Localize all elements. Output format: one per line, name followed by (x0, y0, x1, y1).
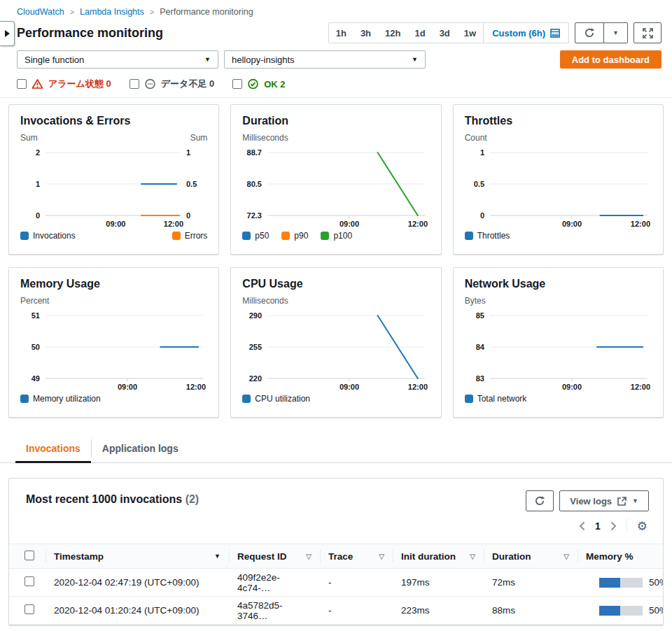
column-label: Duration (492, 551, 531, 562)
table-refresh-button[interactable] (526, 490, 554, 511)
invocations-table-card: Most recent 1000 invocations (2) View lo… (8, 478, 664, 625)
legend-item-invocations[interactable]: Invocations (20, 231, 76, 241)
next-page-button[interactable] (610, 521, 617, 531)
page-number[interactable]: 1 (595, 520, 601, 532)
legend-label: Total network (477, 394, 527, 404)
chart-plot[interactable]: 51504909:0012:00 (20, 307, 207, 392)
legend-item-p50[interactable]: p50 (242, 231, 269, 241)
chevron-left-icon (579, 521, 585, 531)
sort-descending-icon[interactable]: ▼ (214, 553, 220, 560)
svg-text:255: 255 (249, 343, 262, 351)
chart-plot[interactable]: 21010.5009:0012:00 (20, 144, 207, 229)
svg-text:0.5: 0.5 (186, 180, 197, 188)
svg-text:12:00: 12:00 (631, 220, 650, 228)
memory-cell: 50% (578, 597, 663, 625)
page-title: Performance monitoring (17, 26, 163, 41)
tab-invocations[interactable]: Invocations (15, 439, 91, 462)
chart-plot[interactable]: 10.5009:0012:00 (465, 144, 652, 229)
ok-icon (247, 78, 259, 90)
refresh-split-button: ▼ (575, 22, 628, 43)
legend-swatch (281, 232, 290, 240)
refresh-options-button[interactable]: ▼ (604, 22, 628, 43)
column-header-inner: Request ID▽ (237, 551, 312, 562)
insufficient-data-icon (144, 78, 156, 90)
init-duration-cell: 223ms (393, 597, 484, 625)
time-range-3h[interactable]: 3h (354, 28, 378, 38)
time-range-1w[interactable]: 1w (457, 28, 483, 38)
legend-item-p100[interactable]: p100 (321, 231, 352, 241)
view-logs-button[interactable]: View logs ▼ (559, 490, 649, 511)
table-settings-gear-icon[interactable]: ⚙ (637, 520, 648, 532)
sort-icon[interactable]: ▽ (306, 553, 312, 560)
column-header-inner: Duration▽ (492, 551, 569, 562)
column-header-trace[interactable]: Trace▽ (320, 544, 393, 569)
legend-item-p90[interactable]: p90 (281, 231, 308, 241)
legend-item-throttles[interactable]: Throttles (465, 231, 510, 241)
fullscreen-button[interactable] (634, 22, 662, 43)
column-header-inner: Timestamp▼ (54, 551, 220, 562)
breadcrumb: CloudWatch>Lambda Insights>Performance m… (0, 0, 672, 17)
table-row: 2020-12-04 02:47:19 (UTC+09:00)409f2e2e-… (9, 569, 663, 597)
column-header-inner: Trace▽ (328, 551, 384, 562)
refresh-icon (584, 27, 595, 38)
row-checkbox-cell (9, 597, 46, 625)
column-header-duration[interactable]: Duration▽ (484, 544, 578, 569)
refresh-button[interactable] (575, 22, 604, 43)
chevron-down-icon: ▼ (204, 56, 211, 63)
sidebar-expand-button[interactable] (0, 21, 15, 46)
y-axis-unit-left: Milliseconds (242, 296, 288, 306)
chart-legend: InvocationsErrors (20, 231, 207, 241)
svg-text:84: 84 (475, 343, 484, 351)
time-range-3d[interactable]: 3d (433, 28, 457, 38)
column-header-request-id[interactable]: Request ID▽ (229, 544, 320, 569)
filter-checkbox[interactable] (130, 79, 139, 89)
tab-application-logs[interactable]: Application logs (92, 439, 189, 462)
legend-item-errors[interactable]: Errors (172, 231, 208, 241)
column-header-timestamp[interactable]: Timestamp▼ (46, 544, 229, 569)
filter-checkbox[interactable] (17, 79, 27, 89)
filter-checkbox[interactable] (232, 79, 242, 89)
row-checkbox[interactable] (24, 576, 34, 586)
alarm-filter-item: アラーム状態 0 (17, 78, 111, 90)
legend-label: CPU utilization (255, 394, 310, 404)
chart-plot[interactable]: 29025522009:0012:00 (242, 307, 429, 392)
legend-swatch (20, 232, 29, 240)
sort-icon[interactable]: ▽ (470, 553, 475, 560)
row-checkbox[interactable] (24, 604, 34, 614)
custom-range-button[interactable]: Custom (6h) (483, 23, 568, 43)
charts-grid: Invocations & ErrorsSumSum21010.5009:001… (8, 104, 664, 418)
table-title: Most recent 1000 invocations (2) (26, 490, 199, 506)
chart-plot[interactable]: 88.780.572.309:0012:00 (242, 144, 429, 229)
function-name-select[interactable]: hellopy-insights ▼ (224, 50, 426, 69)
function-scope-select[interactable]: Single function ▼ (17, 50, 218, 69)
time-range-1d[interactable]: 1d (407, 28, 432, 38)
svg-text:0: 0 (480, 211, 484, 220)
sort-icon[interactable]: ▽ (379, 553, 384, 560)
breadcrumb-item[interactable]: CloudWatch (17, 7, 64, 17)
column-header-init-duration[interactable]: Init duration▽ (393, 544, 484, 569)
legend-item-cpu-utilization[interactable]: CPU utilization (242, 394, 310, 404)
column-label: Memory % (586, 551, 634, 562)
column-label: Init duration (401, 551, 456, 562)
legend-swatch (321, 232, 329, 240)
time-range-1h[interactable]: 1h (329, 28, 354, 38)
chart-card-invocations-errors: Invocations & ErrorsSumSum21010.5009:001… (8, 104, 219, 255)
legend-label: Invocations (33, 231, 76, 241)
svg-text:220: 220 (249, 374, 262, 383)
select-all-checkbox[interactable] (24, 551, 34, 560)
breadcrumb-item[interactable]: Lambda Insights (80, 7, 144, 17)
memory-value: 50% (649, 577, 663, 588)
svg-text:0: 0 (36, 211, 40, 220)
legend-swatch (465, 232, 473, 240)
add-to-dashboard-button[interactable]: Add to dashboard (560, 50, 662, 69)
svg-text:09:00: 09:00 (340, 383, 359, 391)
legend-item-total-network[interactable]: Total network (465, 394, 527, 404)
previous-page-button[interactable] (579, 521, 585, 531)
chart-title: Duration (242, 115, 429, 127)
chart-plot[interactable]: 85848309:0012:00 (465, 307, 652, 392)
memory-bar-fill (599, 578, 620, 588)
time-range-12h[interactable]: 12h (378, 28, 407, 38)
legend-item-memory-utilization[interactable]: Memory utilization (20, 394, 101, 404)
sort-icon[interactable]: ▽ (564, 553, 569, 560)
table-header-row: Timestamp▼Request ID▽Trace▽Init duration… (9, 544, 663, 569)
